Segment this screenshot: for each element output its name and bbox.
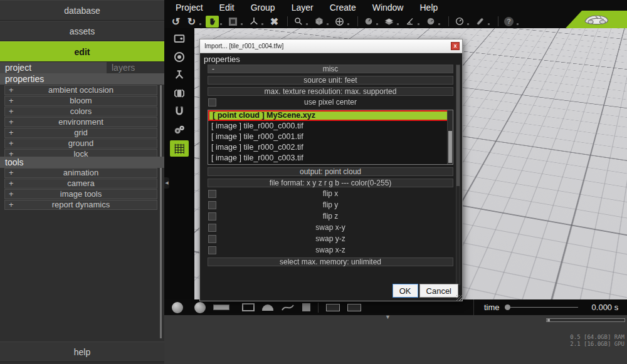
- target-tool-button[interactable]: [171, 49, 187, 65]
- delete-tool-button[interactable]: ✖: [268, 16, 281, 28]
- sidebar-button-edit[interactable]: edit: [0, 41, 164, 62]
- texture-clamp-tool-button[interactable]: [171, 86, 187, 101]
- time-slider-track[interactable]: [510, 307, 578, 308]
- menu-project[interactable]: Project: [176, 3, 203, 13]
- sidebar-button-database[interactable]: database: [0, 0, 164, 21]
- sidebar-button-help[interactable]: help: [0, 341, 164, 362]
- expand-plus-icon[interactable]: +: [9, 128, 14, 137]
- menu-edit[interactable]: Edit: [219, 3, 234, 13]
- plane-tool-icon[interactable]: [213, 304, 229, 310]
- menu-group[interactable]: Group: [251, 3, 275, 13]
- flip-x-checkbox[interactable]: [208, 190, 216, 198]
- max-memory-button[interactable]: select max. memory: unlimited: [208, 257, 453, 266]
- file-list-item[interactable]: [ image ] tile_r000_c002.tif: [208, 142, 453, 153]
- tool-item-animation[interactable]: + animation: [4, 168, 157, 178]
- menu-layer[interactable]: Layer: [292, 3, 314, 13]
- gauge2-tool-button[interactable]: [424, 16, 442, 28]
- flip-z-checkbox[interactable]: [208, 212, 216, 221]
- dome-tool-icon[interactable]: [262, 304, 273, 311]
- magnet-tool-button[interactable]: [171, 104, 187, 119]
- gauge-tool-button[interactable]: [362, 16, 380, 28]
- flip-y-checkbox[interactable]: [208, 201, 216, 209]
- property-item-ambient-occlusion[interactable]: + ambient occlusion: [4, 85, 157, 95]
- dialog-title-bar[interactable]: Import... [tile_r001_c004.tfw]: [200, 39, 462, 53]
- tab-layers[interactable]: layers: [107, 62, 164, 73]
- expand-plus-icon[interactable]: +: [9, 200, 14, 209]
- hand-tool-button[interactable]: [206, 16, 224, 28]
- terrain-tool-icon[interactable]: [242, 303, 255, 311]
- tripod-tool-button[interactable]: [171, 68, 187, 83]
- file-list-item-selected[interactable]: [ point cloud ] MyScene.xyz: [208, 110, 453, 121]
- help-tool-button[interactable]: ?: [502, 16, 520, 28]
- misc-section-header[interactable]: - misc: [208, 65, 453, 73]
- angle-tool-button[interactable]: [403, 16, 421, 28]
- gears-tool-button[interactable]: [171, 122, 187, 137]
- property-item-ground[interactable]: + ground: [4, 138, 157, 148]
- undo-button[interactable]: ↺: [169, 16, 182, 28]
- expand-plus-icon[interactable]: +: [9, 118, 14, 127]
- layers-tool-button[interactable]: [382, 16, 401, 28]
- tool-item-image-tools[interactable]: + image tools: [4, 189, 157, 199]
- property-item-bloom[interactable]: + bloom: [4, 96, 157, 106]
- dialog-scroll-thumb[interactable]: [456, 65, 460, 186]
- expand-plus-icon[interactable]: +: [9, 86, 14, 95]
- source-unit-button[interactable]: source unit: feet: [208, 76, 453, 85]
- sidebar-scrollbar[interactable]: [160, 85, 162, 338]
- file-list-scroll-thumb[interactable]: [448, 131, 452, 164]
- tool-item-camera[interactable]: + camera: [4, 179, 157, 189]
- panel-tool-icon[interactable]: [326, 304, 340, 311]
- curve-tool-icon[interactable]: [281, 303, 295, 312]
- gauge3-tool-button[interactable]: [453, 16, 471, 28]
- select-tool-button[interactable]: [226, 16, 245, 28]
- sphere2-tool-icon[interactable]: [194, 302, 206, 313]
- pan-tool-button[interactable]: [333, 16, 351, 28]
- expand-plus-icon[interactable]: +: [9, 190, 14, 199]
- use-pixel-center-checkbox[interactable]: [208, 98, 216, 107]
- panel2-tool-icon[interactable]: [347, 304, 361, 311]
- horizontal-scrollbar[interactable]: [546, 318, 625, 322]
- file-list-item[interactable]: [ image ] tile_r000_c003.tif: [208, 153, 453, 164]
- dialog-resize-grip[interactable]: [456, 295, 462, 301]
- tool-item-report-dynamics[interactable]: + report dynamics: [4, 200, 157, 210]
- swap-yz-checkbox[interactable]: [208, 235, 216, 243]
- expand-plus-icon[interactable]: +: [9, 96, 14, 105]
- dropdown-dot-icon: [347, 23, 349, 25]
- menu-create[interactable]: Create: [330, 3, 356, 13]
- axes-tool-button[interactable]: [247, 16, 265, 28]
- sphere-tool-icon[interactable]: [172, 302, 183, 313]
- ok-button[interactable]: OK: [393, 284, 418, 298]
- swap-xy-checkbox[interactable]: [208, 224, 216, 232]
- property-item-colors[interactable]: + colors: [4, 107, 157, 117]
- file-list-scrollbar[interactable]: [447, 110, 453, 164]
- redo-button[interactable]: ↻: [185, 16, 203, 28]
- square-tool-icon[interactable]: [302, 303, 310, 311]
- dialog-close-button[interactable]: x: [451, 42, 460, 50]
- expand-plus-icon[interactable]: +: [9, 139, 14, 148]
- file-format-button[interactable]: file format: x y z r g b --- color(0-255…: [208, 179, 453, 187]
- file-list-item[interactable]: [ image ] tile_r000_c001.tif: [208, 132, 453, 142]
- zoom-tool-button[interactable]: [292, 16, 310, 28]
- cube-tool-button[interactable]: [312, 16, 330, 28]
- expand-plus-icon[interactable]: +: [9, 169, 14, 177]
- monitor-tool-button[interactable]: [171, 31, 187, 46]
- sidebar-button-assets[interactable]: assets: [0, 21, 164, 41]
- dialog-scrollbar[interactable]: [456, 65, 460, 285]
- menu-window[interactable]: Window: [372, 3, 404, 13]
- pen-tool-button[interactable]: [473, 16, 492, 28]
- file-list-item[interactable]: [ image ] tile_r000_c000.tif: [208, 121, 453, 132]
- max-texture-button[interactable]: max. texture resolution: max. supported: [208, 87, 453, 96]
- cancel-button[interactable]: Cancel: [419, 284, 458, 298]
- property-item-environment[interactable]: + environment: [4, 117, 157, 127]
- sidebar-collapse-handle[interactable]: ◀: [164, 177, 169, 189]
- time-slider-handle[interactable]: [505, 304, 510, 310]
- menu-help[interactable]: Help: [419, 3, 438, 13]
- collapse-minus-icon[interactable]: -: [212, 65, 214, 73]
- expand-plus-icon[interactable]: +: [9, 107, 14, 116]
- tab-project[interactable]: project: [0, 62, 107, 73]
- swap-xz-checkbox[interactable]: [208, 246, 216, 254]
- scrollbar-nub[interactable]: [547, 319, 550, 321]
- grid-tool-button[interactable]: [170, 140, 189, 157]
- property-item-grid[interactable]: + grid: [4, 128, 157, 138]
- expand-plus-icon[interactable]: +: [9, 179, 14, 188]
- output-button[interactable]: output: point cloud: [208, 167, 453, 176]
